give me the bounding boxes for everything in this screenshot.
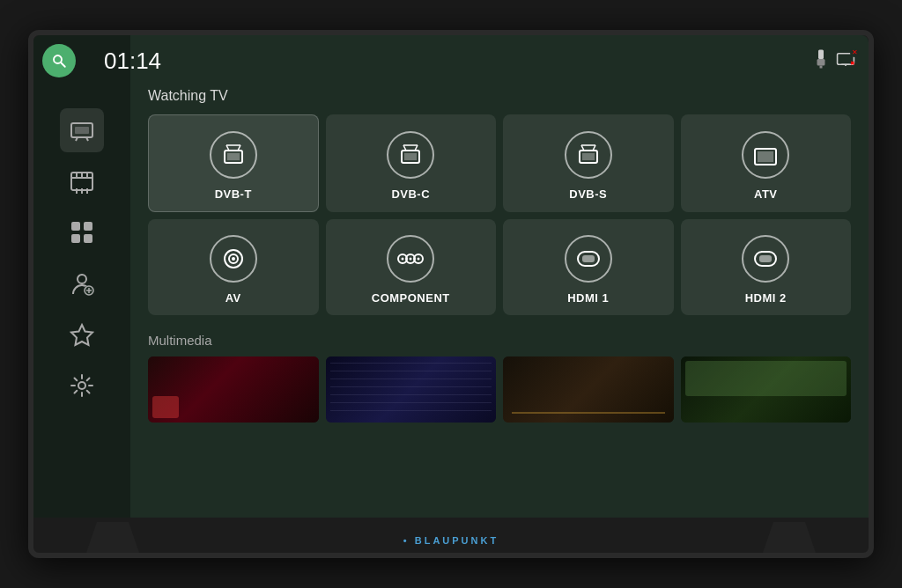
source-dvbc[interactable]: DVB-C	[326, 114, 497, 212]
atv-label: ATV	[754, 187, 778, 201]
source-component[interactable]: COMPONENT	[326, 219, 497, 315]
svg-point-54	[402, 258, 404, 261]
svg-rect-44	[582, 153, 595, 160]
multimedia-section: Multimedia	[148, 333, 851, 423]
source-grid: DVB-T DVB-C	[148, 114, 851, 315]
watching-tv-title: Watching TV	[148, 88, 851, 104]
svg-point-56	[410, 258, 412, 261]
svg-rect-39	[404, 153, 417, 160]
svg-rect-3	[817, 59, 825, 66]
svg-point-52	[232, 257, 235, 261]
sidebar	[33, 35, 130, 518]
svg-rect-25	[84, 234, 92, 243]
brand-label: • BLAUPUNKT	[403, 535, 499, 546]
svg-rect-49	[758, 151, 773, 162]
stand-left	[86, 522, 139, 553]
hdmi2-icon	[742, 235, 789, 283]
tv-screen: 01:14	[33, 35, 869, 518]
svg-rect-13	[75, 127, 89, 134]
svg-point-58	[418, 258, 420, 261]
component-label: COMPONENT	[372, 291, 450, 305]
media-item-3[interactable]	[503, 356, 674, 423]
svg-rect-60	[582, 255, 595, 262]
status-icons	[813, 49, 855, 73]
dvbt-icon	[210, 131, 257, 179]
sidebar-item-movies[interactable]	[60, 159, 104, 203]
svg-rect-2	[818, 49, 824, 59]
dvbc-icon	[387, 131, 434, 179]
sidebar-item-favorites[interactable]	[60, 312, 104, 356]
media-item-2[interactable]	[326, 356, 497, 423]
source-dvbt[interactable]: DVB-T	[148, 114, 319, 212]
svg-rect-24	[71, 234, 80, 243]
av-label: AV	[226, 291, 241, 305]
source-hdmi2[interactable]: HDMI 2	[681, 219, 852, 315]
svg-rect-4	[820, 65, 823, 68]
hdmi1-label: HDMI 1	[567, 291, 609, 305]
svg-rect-62	[759, 255, 772, 262]
sidebar-item-tv[interactable]	[60, 108, 104, 152]
svg-line-1	[61, 62, 65, 67]
svg-rect-23	[84, 222, 92, 231]
sidebar-item-settings[interactable]	[60, 364, 104, 408]
av-icon	[210, 235, 257, 283]
usb-icon	[813, 49, 829, 73]
tv-frame: 01:14	[28, 30, 874, 558]
top-bar: 01:14	[33, 44, 869, 77]
sidebar-item-profile[interactable]	[60, 261, 104, 305]
sidebar-item-apps[interactable]	[60, 210, 104, 254]
time-display: 01:14	[104, 48, 161, 75]
dvbc-label: DVB-C	[391, 187, 430, 201]
source-hdmi1[interactable]: HDMI 1	[503, 219, 674, 315]
source-atv[interactable]: ATV	[681, 114, 852, 212]
network-icon	[836, 52, 855, 70]
atv-icon	[742, 131, 789, 179]
watching-tv-section: Watching TV DV	[148, 88, 851, 333]
component-icon	[387, 235, 434, 283]
hdmi1-icon	[565, 235, 612, 283]
hdmi2-label: HDMI 2	[745, 291, 787, 305]
dvbt-label: DVB-T	[215, 187, 252, 201]
svg-rect-34	[227, 153, 240, 160]
source-av[interactable]: AV	[148, 219, 319, 315]
svg-point-26	[78, 275, 86, 283]
source-dvbs[interactable]: DVB-S	[503, 114, 674, 212]
svg-rect-22	[71, 222, 80, 231]
multimedia-title: Multimedia	[148, 333, 851, 348]
media-item-1[interactable]	[148, 356, 319, 423]
tv-stand: • BLAUPUNKT	[33, 518, 869, 553]
svg-marker-31	[71, 325, 92, 345]
multimedia-grid	[148, 356, 851, 423]
dvbs-label: DVB-S	[569, 187, 607, 201]
stand-right	[763, 522, 816, 553]
dvbs-icon	[565, 131, 612, 179]
search-button[interactable]	[42, 44, 76, 77]
main-content: Watching TV DV	[130, 35, 869, 518]
media-item-4[interactable]	[681, 356, 852, 423]
svg-point-32	[78, 382, 85, 389]
